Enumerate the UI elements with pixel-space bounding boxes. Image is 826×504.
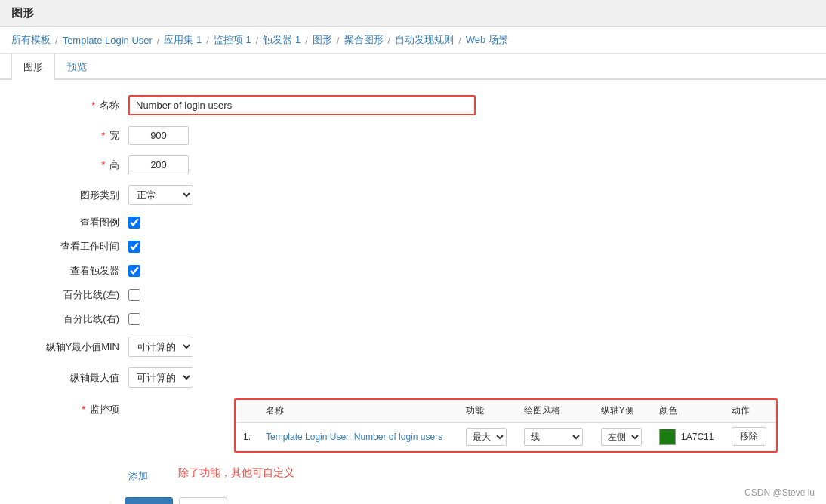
sep3: /: [206, 35, 209, 46]
monitor-table: 名称 功能 绘图风格 纵轴Y侧 颜色 动作 1: Template Login …: [236, 400, 776, 451]
form-row-legend: 查看图例: [23, 216, 803, 229]
sep6: /: [337, 35, 340, 46]
monitor-table-section: 名称 功能 绘图风格 纵轴Y侧 颜色 动作 1: Template Login …: [234, 398, 778, 453]
triggers-label: 查看触发器: [23, 264, 128, 278]
name-label: * 名称: [23, 99, 128, 112]
form-row-monitor-items: * 监控项 名称 功能 绘图风格 纵轴Y侧 颜色 动作: [23, 398, 803, 453]
cancel-button[interactable]: 取消: [179, 497, 227, 504]
y-max-select[interactable]: 可计算的 固定 可以: [128, 367, 193, 388]
monitor-items-label: * 监控项: [23, 398, 128, 416]
tab-preview[interactable]: 预览: [55, 54, 99, 80]
percent-right-checkbox[interactable]: [128, 313, 140, 325]
row-y-side: 左侧 右侧: [593, 423, 652, 451]
triggers-checkbox[interactable]: [128, 265, 140, 277]
color-swatch: [659, 429, 676, 445]
height-input[interactable]: [128, 155, 189, 174]
col-header-draw-style: 绘图风格: [516, 400, 593, 423]
percent-left-label: 百分比线(左): [23, 288, 128, 302]
sep1: /: [55, 35, 58, 46]
width-input[interactable]: [128, 126, 189, 145]
form-row-height: * 高: [23, 155, 803, 174]
graph-type-label: 图形类别: [23, 189, 128, 202]
tab-graph[interactable]: 图形: [11, 54, 55, 80]
tabs-bar: 图形 预览: [0, 54, 826, 80]
breadcrumb-auto-discovery[interactable]: 自动发现规则: [395, 33, 454, 47]
work-time-label: 查看工作时间: [23, 240, 128, 254]
col-header-color: 颜色: [652, 400, 725, 423]
graph-type-select[interactable]: 正常 堆叠 饼图 分解饼图: [128, 185, 193, 205]
add-monitor-link[interactable]: 添加: [128, 469, 148, 483]
y-side-select[interactable]: 左侧 右侧: [601, 428, 642, 446]
row-func: 最大 最小 平均 全部: [458, 423, 516, 451]
page-header: 图形: [0, 0, 826, 27]
form-row-work-time: 查看工作时间: [23, 240, 803, 254]
percent-right-label: 百分比线(右): [23, 312, 128, 326]
name-input[interactable]: [128, 95, 476, 115]
row-color: 1A7C11: [652, 423, 725, 451]
annotation-text: 除了功能，其他可自定义: [178, 466, 294, 480]
col-header-y-side: 纵轴Y侧: [593, 400, 652, 423]
sep8: /: [458, 35, 461, 46]
monitor-item-link[interactable]: Template Login User: Number of login use…: [266, 432, 442, 442]
main-content: * 名称 * 宽 * 高 图形类别 正常 堆叠 饼图 分解饼图: [0, 80, 826, 504]
form-row-width: * 宽: [23, 126, 803, 145]
table-row: 1: Template Login User: Number of login …: [236, 423, 776, 451]
row-action: 移除: [724, 423, 776, 451]
sep7: /: [388, 35, 391, 46]
breadcrumb-template-login-user[interactable]: Template Login User: [63, 35, 153, 46]
sep2: /: [157, 35, 160, 46]
breadcrumb-web-scenario[interactable]: Web 场景: [466, 33, 508, 47]
form-row-percent-right: 百分比线(右): [23, 312, 803, 326]
color-hex-text: 1A7C11: [681, 432, 714, 442]
breadcrumb-monitor[interactable]: 监控项 1: [214, 33, 251, 47]
add-button[interactable]: 添加: [125, 497, 173, 504]
bottom-button-row: ➜ 添加 取消: [98, 495, 803, 504]
form-row-graph-type: 图形类别 正常 堆叠 饼图 分解饼图: [23, 185, 803, 205]
row-draw-style: 线 填充区域 粗线 点: [516, 423, 593, 451]
col-header-func: 功能: [458, 400, 516, 423]
breadcrumb-trigger[interactable]: 触发器 1: [263, 33, 301, 47]
footer: CSDN @Steve lu: [744, 487, 815, 498]
add-annotation-row: 添加 除了功能，其他可自定义: [23, 463, 803, 483]
col-header-empty: [236, 400, 258, 423]
work-time-checkbox[interactable]: [128, 241, 140, 253]
breadcrumb-app[interactable]: 应用集 1: [164, 33, 202, 47]
breadcrumb-graph[interactable]: 图形: [313, 33, 332, 47]
breadcrumb-all-templates[interactable]: 所有模板: [11, 33, 51, 47]
legend-label: 查看图例: [23, 216, 128, 229]
footer-text: CSDN @Steve lu: [744, 487, 815, 498]
form-row-triggers: 查看触发器: [23, 264, 803, 278]
width-label: * 宽: [23, 129, 128, 143]
row-index: 1:: [236, 423, 258, 451]
sep4: /: [256, 35, 259, 46]
name-required-star: *: [91, 100, 95, 111]
func-select[interactable]: 最大 最小 平均 全部: [466, 428, 507, 446]
col-header-name: 名称: [258, 400, 458, 423]
form-row-percent-left: 百分比线(左): [23, 288, 803, 302]
page-title: 图形: [11, 6, 34, 19]
y-min-select[interactable]: 可计算的 固定 可以: [128, 337, 193, 357]
form-row-y-min: 纵轴Y最小值MIN 可计算的 固定 可以: [23, 337, 803, 357]
legend-checkbox[interactable]: [128, 217, 140, 229]
breadcrumb: 所有模板 / Template Login User / 应用集 1 / 监控项…: [0, 27, 826, 54]
col-header-action: 动作: [724, 400, 776, 423]
y-max-label: 纵轴最大值: [23, 371, 128, 385]
sep5: /: [305, 35, 308, 46]
height-label: * 高: [23, 158, 128, 172]
breadcrumb-aggregate[interactable]: 聚合图形: [344, 33, 384, 47]
row-name: Template Login User: Number of login use…: [258, 423, 458, 451]
draw-style-select[interactable]: 线 填充区域 粗线 点: [524, 428, 583, 446]
delete-row-button[interactable]: 移除: [732, 427, 766, 446]
y-min-label: 纵轴Y最小值MIN: [23, 340, 128, 354]
form-row-y-max: 纵轴最大值 可计算的 固定 可以: [23, 367, 803, 388]
red-arrow-icon: ➜: [98, 495, 119, 504]
form-row-name: * 名称: [23, 95, 803, 115]
percent-left-checkbox[interactable]: [128, 289, 140, 301]
